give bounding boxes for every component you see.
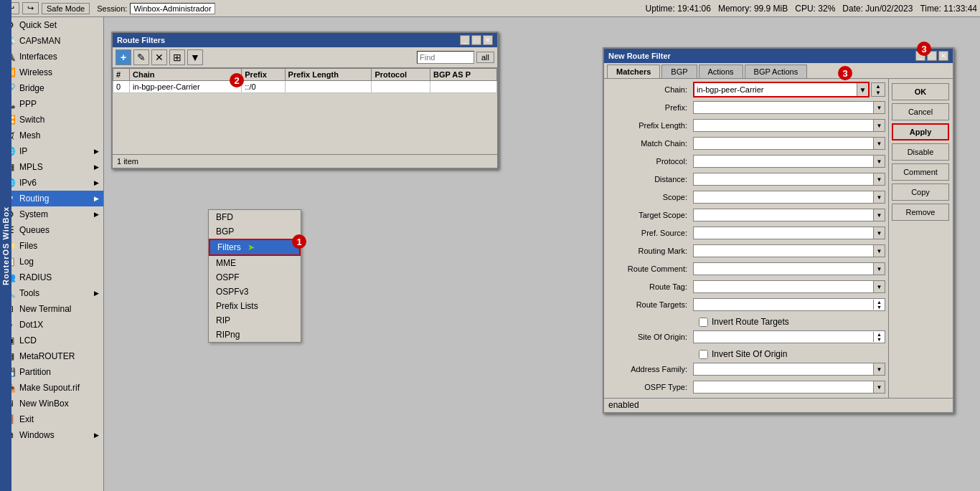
address-family-select[interactable]: ▼ [693,363,885,376]
copy-btn-nrf[interactable]: Copy [892,183,949,201]
table-row[interactable]: 0 in-bgp-peer-Carrier ::/0 [113,81,497,93]
ospf-type-dropdown-btn[interactable]: ▼ [873,381,885,393]
sidebar-item-routing[interactable]: ↗ Routing ▶ [0,191,103,206]
sidebar-item-ip[interactable]: 🌐 IP ▶ [0,143,103,159]
tab-matchers[interactable]: Matchers [607,65,660,78]
chain-expand-btn[interactable]: ▼ [857,83,868,96]
tab-bgp[interactable]: BGP [661,65,697,78]
remove-btn[interactable]: Remove [892,204,949,221]
safe-mode-btn[interactable]: Safe Mode [42,3,90,14]
pref-source-dropdown-btn[interactable]: ▼ [873,227,885,239]
routing-mark-select[interactable]: ▼ [693,244,885,257]
sidebar-item-mpls[interactable]: ▦ MPLS ▶ [0,159,103,175]
routing-mark-dropdown-btn[interactable]: ▼ [873,245,885,257]
protocol-dropdown-btn[interactable]: ▼ [873,156,885,167]
route-tag-select[interactable]: ▼ [693,280,885,293]
sidebar-item-new-terminal[interactable]: ⊞ New Terminal [0,301,103,317]
site-of-origin-select[interactable]: ▲ ▼ [693,330,885,343]
address-family-dropdown-btn[interactable]: ▼ [873,363,885,375]
delete-btn[interactable]: ✕ [151,49,167,65]
rt-up[interactable]: ▲ [874,300,885,305]
comment-btn[interactable]: Comment [892,163,949,181]
sidebar-item-ppp[interactable]: 📞 PPP [0,96,103,112]
ospf-type-select[interactable]: ▼ [693,381,885,394]
chain-up-btn[interactable]: ▲ [872,83,885,90]
submenu-ospf[interactable]: OSPF [209,270,301,285]
close-btn[interactable]: ✕ [483,35,493,45]
submenu-bfd[interactable]: BFD [209,210,301,224]
sidebar-item-system[interactable]: ⚙ System ▶ [0,206,103,222]
prefix-length-dropdown-btn[interactable]: ▼ [873,120,885,131]
sidebar-item-interfaces[interactable]: 🔌 Interfaces [0,49,103,65]
sidebar-item-dot1x[interactable]: ● Dot1X [0,317,103,333]
route-comment-select[interactable]: ▼ [693,262,885,275]
disable-btn[interactable]: Disable [892,143,949,161]
submenu-mme[interactable]: MME [209,256,301,270]
target-scope-dropdown-btn[interactable]: ▼ [873,209,885,221]
find-input[interactable] [417,51,474,64]
add-btn[interactable]: + [116,49,131,65]
sidebar-item-log[interactable]: 📋 Log [0,254,103,270]
route-targets-spin[interactable]: ▲ ▼ [873,300,885,310]
submenu-filters[interactable]: Filters 1 ➤ [209,239,301,256]
sidebar-item-bridge[interactable]: 🔗 Bridge [0,80,103,96]
sidebar-item-radius[interactable]: 👥 RADIUS [0,270,103,285]
copy-btn[interactable]: ⊞ [169,49,185,65]
prefix-select[interactable]: ▼ [693,101,885,114]
sidebar-item-tools[interactable]: 🔧 Tools ▶ [0,285,103,301]
match-chain-dropdown-btn[interactable]: ▼ [873,138,885,149]
submenu-rip[interactable]: RIP [209,313,301,328]
cancel-btn[interactable]: Cancel [892,103,949,120]
find-all-btn[interactable]: all [476,52,494,63]
sidebar-item-quick-set[interactable]: ⚙ Quick Set [0,17,103,33]
match-chain-select[interactable]: ▼ [693,137,885,150]
sidebar-item-queues[interactable]: ☰ Queues [0,222,103,238]
sidebar-item-files[interactable]: 📁 Files [0,238,103,254]
route-tag-dropdown-btn[interactable]: ▼ [873,281,885,292]
chain-down-btn[interactable]: ▼ [872,90,885,96]
pref-source-select[interactable]: ▼ [693,227,885,239]
filter-btn[interactable]: ▼ [187,49,203,65]
submenu-prefix-lists[interactable]: Prefix Lists [209,299,301,313]
target-scope-select[interactable]: ▼ [693,209,885,221]
sidebar-item-new-winbox[interactable]: 🖥 New WinBox [0,396,103,411]
chain-input[interactable] [694,83,857,96]
sidebar-item-partition[interactable]: 💾 Partition [0,364,103,380]
distance-dropdown-btn[interactable]: ▼ [873,173,885,185]
prefix-dropdown-btn[interactable]: ▼ [873,102,885,113]
ok-btn[interactable]: OK [892,83,949,100]
soo-down[interactable]: ▼ [874,337,885,342]
sidebar-item-switch[interactable]: 🔀 Switch [0,112,103,128]
sidebar-item-exit[interactable]: 🚪 Exit [0,411,103,427]
submenu-ospfv3[interactable]: OSPFv3 [209,285,301,299]
tab-actions[interactable]: Actions [699,65,743,78]
route-targets-select[interactable]: ▲ ▼ [693,298,885,311]
tab-bgp-actions[interactable]: BGP Actions [745,65,808,78]
submenu-ripng[interactable]: RIPng [209,328,301,342]
submenu-bgp[interactable]: BGP [209,224,301,239]
sidebar-item-windows[interactable]: ⧉ Windows ▶ [0,427,103,443]
protocol-select[interactable]: ▼ [693,155,885,168]
edit-btn[interactable]: ✎ [133,49,149,65]
sidebar-item-mesh[interactable]: 🕸 Mesh [0,128,103,143]
distance-select[interactable]: ▼ [693,173,885,186]
sidebar-item-capsman[interactable]: 📡 CAPsMAN [0,33,103,49]
redo-btn[interactable]: ↪ [22,2,39,14]
rt-down[interactable]: ▼ [874,305,885,310]
soo-spin[interactable]: ▲ ▼ [873,332,885,342]
apply-btn[interactable]: Apply [892,123,949,140]
scope-select[interactable]: ▼ [693,191,885,204]
route-comment-dropdown-btn[interactable]: ▼ [873,263,885,275]
scope-dropdown-btn[interactable]: ▼ [873,191,885,203]
invert-route-targets-cb[interactable] [699,318,708,327]
sidebar-item-lcd[interactable]: ▣ LCD [0,333,103,348]
sidebar-item-make-supout[interactable]: 📤 Make Supout.rif [0,380,103,396]
sidebar-item-meta-router[interactable]: ▦ MetaROUTER [0,348,103,364]
invert-site-of-origin-cb[interactable] [699,350,708,359]
soo-up[interactable]: ▲ [874,332,885,337]
prefix-length-select[interactable]: ▼ [693,119,885,132]
minimize-btn[interactable]: _ [460,35,470,45]
maximize-btn[interactable]: □ [471,35,481,45]
nrf-close-btn[interactable]: ✕ [938,51,948,61]
sidebar-item-ipv6[interactable]: 🌐 IPv6 ▶ [0,175,103,191]
